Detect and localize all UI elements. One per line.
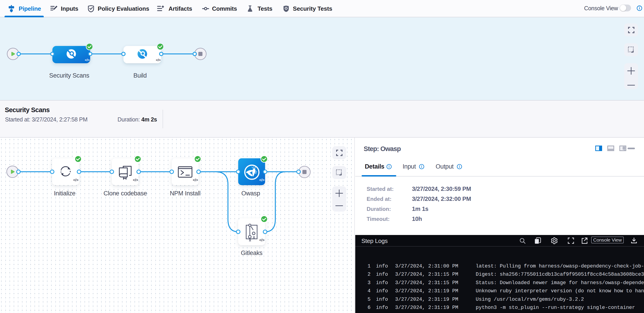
- svg-text:</>: </>: [133, 178, 138, 182]
- svg-text:</>: </>: [193, 178, 198, 182]
- svg-text:</>: </>: [259, 178, 264, 182]
- svg-text:</>: </>: [73, 178, 78, 182]
- svg-text:</>: </>: [259, 238, 264, 242]
- svg-text:</>: </>: [85, 58, 90, 62]
- svg-text:</>: </>: [156, 58, 161, 62]
